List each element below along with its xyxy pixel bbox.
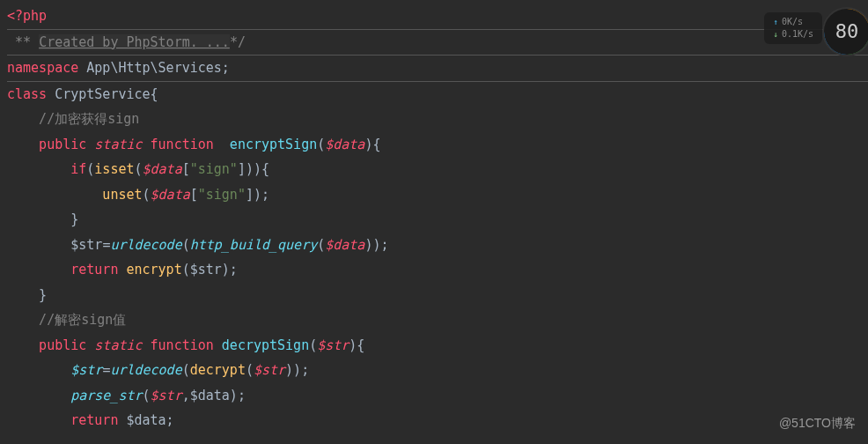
code-line: unset($data["sign"]);: [7, 182, 868, 208]
function-unset: unset: [7, 187, 143, 203]
code-line: namespace App\Http\Services;: [7, 56, 868, 82]
code-line: public static function decryptSign($str)…: [7, 333, 868, 359]
keyword-function: function: [143, 337, 214, 353]
keyword-class: class: [7, 86, 47, 102]
variable: $data);: [190, 388, 246, 403]
function-decrypt: decrypt: [190, 362, 246, 378]
string-literal: "sign": [190, 161, 238, 177]
keyword-static: static: [86, 137, 142, 152]
code-line: //解密sign值: [7, 307, 868, 333]
variable: $data;: [118, 412, 173, 428]
class-name: CryptService: [47, 86, 150, 102]
code-line: public static function encryptSign($data…: [7, 132, 868, 158]
keyword-static: static: [86, 337, 142, 353]
code-line: return $data;: [7, 408, 868, 433]
variable: $data: [143, 161, 182, 177]
upload-speed: ↑ 0K/s: [773, 16, 813, 28]
download-speed: ↓ 0.1K/s: [773, 28, 813, 41]
code-line: ** Created by PhpStorm. ...*/: [7, 29, 868, 56]
function-isset: isset: [94, 161, 134, 177]
brace: }: [7, 211, 78, 227]
arrow-down-icon: ↓: [773, 28, 777, 41]
arrow-up-icon: ↑: [773, 16, 777, 28]
performance-gauge[interactable]: 80: [822, 7, 868, 56]
comment: //加密获得sign: [7, 111, 139, 127]
function-urldecode: urldecode: [110, 362, 181, 378]
string-literal: "sign": [198, 187, 246, 203]
keyword-return: return: [7, 262, 118, 278]
variable: $str: [7, 362, 102, 378]
keyword-public: public: [7, 137, 86, 152]
keyword-public: public: [7, 337, 86, 353]
function-urldecode: urldecode: [110, 237, 181, 253]
code-line: if(isset($data["sign"])){: [7, 157, 868, 182]
network-speed-widget[interactable]: ↑ 0K/s ↓ 0.1K/s: [764, 12, 822, 44]
function-parse-str: parse_str: [7, 388, 143, 403]
function-http-build-query: http_build_query: [190, 237, 318, 253]
parameter: $data: [325, 137, 364, 152]
code-line: <?php: [7, 4, 868, 29]
keyword-function: function: [143, 137, 214, 152]
variable: $data: [151, 187, 190, 203]
variable: $str: [254, 362, 285, 378]
brace: }: [7, 287, 47, 303]
namespace-path: App\Http\Services;: [78, 60, 230, 76]
code-editor[interactable]: <?php ** Created by PhpStorm. ...*/ name…: [0, 0, 868, 433]
gauge-value: 80: [835, 19, 859, 45]
docblock: **: [7, 34, 39, 50]
variable: $data: [325, 237, 364, 253]
variable: $str: [151, 388, 182, 403]
code-line: return encrypt($str);: [7, 257, 868, 283]
function-name: encryptSign: [214, 137, 317, 152]
keyword-return: return: [7, 412, 118, 428]
code-line: }: [7, 207, 868, 233]
parameter: $str: [317, 337, 349, 353]
code-line: $str=urldecode(decrypt($str));: [7, 358, 868, 383]
code-line: class CryptService{: [7, 82, 868, 107]
keyword-if: if: [7, 161, 86, 177]
code-line: $str=urldecode(http_build_query($data));: [7, 233, 868, 258]
docblock-text: Created by PhpStorm. ...: [39, 34, 230, 50]
code-line: //加密获得sign: [7, 107, 868, 132]
watermark: @51CTO博客: [779, 411, 856, 436]
variable: $str: [7, 237, 102, 253]
php-open-tag: <?php: [7, 8, 47, 24]
code-line: }: [7, 283, 868, 308]
code-line: parse_str($str,$data);: [7, 383, 868, 409]
function-name: decryptSign: [214, 337, 309, 353]
function-encrypt: encrypt: [118, 262, 181, 278]
comment: //解密sign值: [7, 312, 126, 328]
keyword-namespace: namespace: [7, 60, 78, 76]
